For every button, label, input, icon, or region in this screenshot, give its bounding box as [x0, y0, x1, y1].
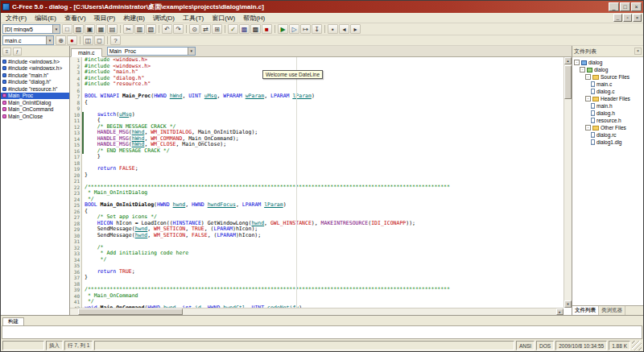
tree-item-main-h[interactable]: main.h [572, 102, 643, 110]
tree-item-dialog[interactable]: -dialog [572, 66, 643, 73]
code-line [85, 263, 572, 269]
add-watch-icon[interactable]: ⊕ [56, 35, 66, 45]
step-into-icon[interactable]: ↧ [312, 24, 322, 34]
menu-item[interactable]: 帮助(H) [239, 14, 269, 23]
output-tab[interactable]: 构建 [2, 317, 24, 325]
file-switch-combo[interactable]: main.c ▼ [2, 35, 54, 45]
copy-icon[interactable]: ▥ [134, 24, 145, 34]
next-bookmark-icon[interactable]: ▸ [350, 24, 361, 34]
find-in-files-icon[interactable]: ⊞ [212, 24, 222, 34]
build-config-combo[interactable]: [D] mingw5 ▼ [2, 24, 60, 34]
tree-item-main-c[interactable]: main.c [572, 81, 643, 88]
rebuild-icon[interactable]: ▩ [250, 24, 261, 34]
symbol-item[interactable]: #include "dialog.h" [1, 79, 69, 86]
expander-icon[interactable]: - [585, 74, 591, 80]
symbol-item[interactable]: Main_OnClose [1, 113, 69, 120]
menu-item[interactable]: 编辑(E) [31, 14, 60, 23]
app-window: C-Free 5.0 - dialog - [C:\Users\Administ… [0, 0, 644, 352]
symbol-label: Main_OnInitDialog [8, 100, 51, 106]
tree-item-dialog-rc[interactable]: dialog.rc [572, 131, 643, 139]
menu-item[interactable]: 工具(T) [179, 14, 208, 23]
code-line: SendMessage(hwnd, WM_SETICON, FALSE, (LP… [85, 233, 572, 239]
build-icon[interactable]: ▩ [239, 24, 250, 34]
mdi-close-button[interactable]: × [633, 14, 642, 22]
sort-symbols-button[interactable]: ≡ [2, 48, 11, 56]
tree-item-dialog-c[interactable]: dialog.c [572, 88, 643, 95]
breakpoint-icon[interactable]: ● [67, 35, 77, 45]
filter-functions-button[interactable]: ƒ [13, 48, 22, 56]
stop-build-icon[interactable]: ■ [262, 24, 272, 34]
symbol-item[interactable]: #include "resource.h" [1, 85, 69, 93]
code-text[interactable]: #include <windows.h>#include <windowsx.h… [82, 57, 572, 315]
replace-icon[interactable]: ⇄ [200, 24, 211, 34]
new-file-icon[interactable]: □ [62, 24, 72, 34]
step-over-icon[interactable]: ↦ [300, 24, 311, 34]
maximize-button[interactable]: □ [620, 2, 630, 11]
compile-icon[interactable]: ✓ [228, 24, 238, 34]
horizontal-scrollbar[interactable]: ◄ ► [70, 308, 564, 315]
scroll-up-icon[interactable]: ▲ [564, 57, 572, 64]
menu-item[interactable]: 构建(B) [119, 14, 149, 23]
scroll-right-icon[interactable]: ► [556, 309, 564, 315]
window-split-icon[interactable]: ◫ [83, 35, 93, 45]
minimize-button[interactable]: _ [609, 2, 619, 11]
symbol-item[interactable]: #include <windowsx.h> [1, 65, 69, 72]
open-file-icon[interactable]: ▨ [73, 24, 84, 34]
code-area[interactable]: 1234567891011121314151617181920212223242… [70, 57, 572, 315]
run-icon[interactable]: ▶ [278, 24, 288, 34]
tree-item-dialog-h[interactable]: dialog.h [572, 110, 643, 117]
scroll-down-icon[interactable]: ▼ [564, 300, 572, 308]
code-line: } [85, 275, 572, 281]
function-combo[interactable]: Main_Proc ▼ [107, 47, 196, 56]
cut-icon[interactable]: ✂ [123, 24, 134, 34]
tab-main-c[interactable]: main.c [71, 48, 102, 57]
symbol-item[interactable]: Main_Proc [1, 93, 69, 100]
resize-grip[interactable] [632, 341, 642, 350]
bookmark-icon[interactable]: ▪ [328, 24, 338, 34]
tree-item-dialog[interactable]: -dialog [572, 59, 643, 66]
expander-icon[interactable]: - [585, 96, 591, 101]
symbol-item[interactable]: Main_OnCommand [1, 106, 69, 114]
chevron-down-icon[interactable]: ▼ [52, 25, 60, 33]
tree-item-source-files[interactable]: -Source Files [572, 73, 643, 81]
panel-tab[interactable]: 类浏览器 [599, 306, 625, 315]
close-button[interactable]: × [631, 2, 642, 11]
save-all-icon[interactable]: ▦ [96, 24, 106, 34]
vertical-scrollbar[interactable]: ▲ ▼ [564, 57, 572, 308]
menu-item[interactable]: 查看(V) [60, 14, 90, 23]
tree-item-header-files[interactable]: -Header Files [572, 95, 643, 102]
print-icon[interactable]: ▤ [107, 24, 118, 34]
file-panel-tabs: 文件列表类浏览器 [572, 305, 643, 315]
chevron-down-icon[interactable]: ▼ [188, 48, 195, 55]
panel-tab[interactable]: 文件列表 [572, 306, 599, 315]
undo-icon[interactable]: ↶ [162, 24, 172, 34]
output-panel: 构建 [1, 315, 643, 340]
expander-icon[interactable]: - [580, 67, 585, 72]
find-icon[interactable]: ⊙ [189, 24, 200, 34]
expander-icon[interactable]: - [585, 125, 591, 130]
help-icon[interactable]: ? [110, 35, 121, 45]
redo-icon[interactable]: ↷ [173, 24, 184, 34]
menu-item[interactable]: 文件(F) [2, 14, 31, 23]
symbol-item[interactable]: #include <windows.h> [1, 58, 69, 65]
tree-item-dialog1-dlg[interactable]: dialog1.dlg [572, 139, 643, 146]
mdi-restore-button[interactable]: ▫ [623, 14, 632, 22]
mdi-minimize-button[interactable]: _ [613, 14, 622, 22]
vertical-scrollbar-thumb[interactable] [564, 65, 572, 99]
tree-item-resource-h[interactable]: resource.h [572, 117, 643, 124]
chevron-down-icon[interactable]: ▼ [46, 36, 53, 44]
tree-item-other-files[interactable]: -Other Files [572, 124, 643, 131]
expander-icon[interactable]: - [574, 60, 580, 65]
symbol-item[interactable]: Main_OnInitDialog [1, 99, 69, 106]
paste-icon[interactable]: ▧ [146, 24, 156, 34]
horizontal-scrollbar-thumb[interactable] [78, 309, 183, 315]
fullscreen-icon[interactable]: ◻ [94, 35, 105, 45]
save-icon[interactable]: ▣ [85, 24, 95, 34]
menu-item[interactable]: 窗口(W) [208, 14, 239, 23]
menu-item[interactable]: 调试(D) [149, 14, 179, 23]
panel-close-icon[interactable]: × [634, 48, 642, 55]
debug-icon[interactable]: ▷ [289, 24, 299, 34]
symbol-item[interactable]: #include "main.h" [1, 72, 69, 79]
menu-item[interactable]: 项目(P) [90, 14, 120, 23]
prev-bookmark-icon[interactable]: ◂ [339, 24, 349, 34]
